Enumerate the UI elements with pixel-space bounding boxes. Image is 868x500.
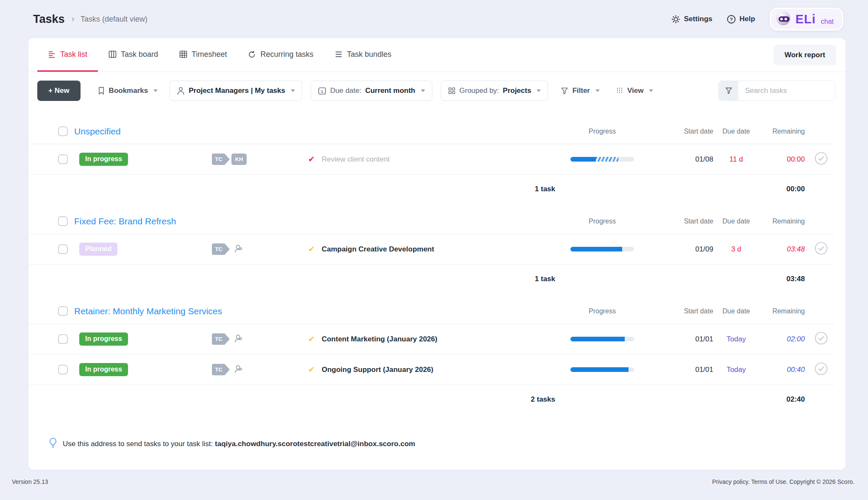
legal-links[interactable]: Privacy policy. Terms of Use. Copyright … (712, 478, 854, 485)
group-checkbox[interactable] (58, 216, 68, 226)
bundles-icon (335, 50, 343, 58)
start-date-value: 01/08 (695, 155, 713, 163)
tab-task-list[interactable]: Task list (37, 38, 98, 72)
assignee-badge-kh: KH (231, 154, 247, 165)
due-date-value: 11 d (729, 155, 743, 163)
column-header-progress[interactable]: Progress (562, 217, 643, 225)
column-header-progress[interactable]: Progress (562, 307, 643, 315)
assign-user-icon[interactable] (234, 334, 244, 345)
group-title-link[interactable]: Fixed Fee: Brand Refresh (74, 216, 562, 226)
group-remaining-total: 02:40 (787, 395, 805, 403)
group-checkbox[interactable] (58, 126, 68, 136)
eli-chat-launcher[interactable]: ELi chat (770, 8, 843, 31)
work-report-button[interactable]: Work report (773, 45, 836, 65)
task-row: In progressTCKH✔Review client content01/… (28, 144, 835, 175)
new-task-button[interactable]: + New (37, 81, 81, 101)
column-header-start-date[interactable]: Start date (643, 217, 717, 225)
search-input[interactable] (738, 81, 835, 101)
toolbar: + New Bookmarks Project Managers | My ta… (28, 72, 846, 112)
search-filter-icon[interactable] (719, 81, 738, 101)
top-header: Tasks › Tasks (default view) Settings (0, 0, 868, 38)
start-date-value: 01/01 (695, 366, 713, 374)
column-header-start-date[interactable]: Start date (643, 307, 717, 315)
tab-task-board[interactable]: Task board (98, 38, 169, 72)
scope-selector[interactable]: Project Managers | My tasks (170, 81, 302, 101)
assignee-badge-tc: TC (212, 154, 230, 165)
assignee-badge-tc: TC (212, 364, 230, 375)
task-name-link[interactable]: Content Marketing (January 2026) (322, 335, 437, 344)
chevron-down-icon (595, 89, 600, 92)
column-header-remaining[interactable]: Remaining (756, 127, 807, 135)
task-table: UnspecifiedProgressStart dateDue dateRem… (28, 112, 846, 414)
group-header: Fixed Fee: Brand RefreshProgressStart da… (28, 209, 835, 234)
column-header-due-date[interactable]: Due date (717, 127, 756, 135)
bookmarks-button[interactable]: Bookmarks (93, 81, 162, 101)
recurring-icon (248, 50, 256, 58)
tab-recurring-tasks[interactable]: Recurring tasks (237, 38, 324, 72)
task-name-link[interactable]: Ongoing Support (January 2026) (322, 366, 434, 374)
assign-user-icon[interactable] (234, 244, 244, 255)
grouped-by-selector[interactable]: Grouped by: Projects (441, 81, 548, 101)
funnel-icon (561, 87, 568, 95)
column-header-due-date[interactable]: Due date (717, 307, 756, 315)
column-header-due-date[interactable]: Due date (717, 217, 756, 225)
remaining-time-value: 00:40 (787, 366, 805, 374)
column-header-remaining[interactable]: Remaining (756, 217, 807, 225)
task-group: Fixed Fee: Brand RefreshProgressStart da… (28, 209, 835, 293)
mark-done-button[interactable] (815, 152, 828, 167)
group-title-link[interactable]: Retainer: Monthly Marketing Services (74, 306, 562, 316)
tab-timesheet[interactable]: Timesheet (169, 38, 237, 72)
task-checkbox[interactable] (58, 334, 68, 344)
mark-done-button[interactable] (815, 332, 828, 346)
chevron-down-icon (421, 89, 425, 92)
task-row: PlannedTC✔Campaign Creative Development0… (28, 234, 835, 265)
start-date-value: 01/09 (695, 245, 713, 253)
column-header-remaining[interactable]: Remaining (756, 307, 807, 315)
task-checkbox[interactable] (58, 244, 68, 254)
task-group: UnspecifiedProgressStart dateDue dateRem… (28, 119, 835, 204)
chevron-down-icon (649, 89, 653, 92)
task-checkbox[interactable] (58, 365, 68, 374)
group-title-link[interactable]: Unspecified (74, 126, 562, 137)
breadcrumb-chevron-icon: › (72, 14, 75, 25)
filter-button[interactable]: Filter (556, 81, 604, 101)
due-date-filter[interactable]: 1 Due date: Current month (311, 81, 432, 101)
help-button[interactable]: ? Help (727, 15, 755, 24)
mark-done-button[interactable] (815, 362, 828, 377)
tab-task-bundles[interactable]: Task bundles (324, 38, 402, 72)
priority-flag-icon: ✔ (308, 154, 315, 164)
chevron-down-icon (291, 89, 295, 92)
group-squares-icon (448, 87, 456, 95)
help-icon: ? (727, 15, 736, 24)
task-name-link[interactable]: Campaign Creative Development (322, 245, 434, 254)
svg-text:?: ? (730, 17, 733, 22)
due-date-value: Today (726, 335, 746, 343)
group-summary: 1 task03:48 (28, 265, 835, 293)
view-button[interactable]: View (612, 81, 657, 101)
bookmark-icon (97, 87, 105, 95)
mark-done-button[interactable] (815, 242, 828, 257)
column-header-progress[interactable]: Progress (562, 127, 643, 135)
column-header-start-date[interactable]: Start date (643, 127, 717, 135)
help-label: Help (740, 15, 755, 23)
board-icon (108, 50, 117, 58)
remaining-time-value: 02:00 (787, 335, 805, 343)
task-checkbox[interactable] (58, 154, 68, 164)
task-row: In progressTC✔Content Marketing (January… (28, 324, 835, 355)
assign-user-icon[interactable] (234, 364, 244, 375)
list-icon (48, 50, 56, 58)
task-name-link[interactable]: Review client content (322, 155, 390, 164)
email-hint: Use this address to send tasks to your t… (28, 419, 846, 470)
remaining-time-value: 00:00 (787, 155, 805, 163)
page-title: Tasks (33, 13, 65, 26)
group-checkbox[interactable] (58, 306, 68, 316)
group-header: Retainer: Monthly Marketing ServicesProg… (28, 299, 835, 324)
eli-logo-suffix: chat (821, 18, 834, 27)
due-date-value: 3 d (731, 245, 741, 253)
group-task-count: 2 tasks (28, 395, 562, 404)
progress-bar (570, 337, 634, 341)
progress-bar (570, 157, 634, 162)
person-icon (177, 87, 185, 95)
settings-button[interactable]: Settings (671, 15, 712, 24)
hint-text: Use this address to send tasks to your t… (63, 440, 213, 448)
